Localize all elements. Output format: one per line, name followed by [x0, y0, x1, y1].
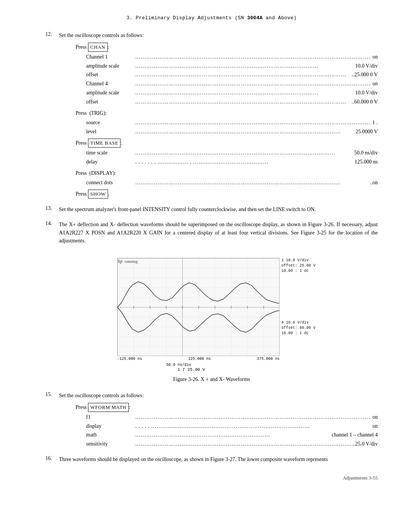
chan-ch1-row: Channel 1 ………………………………………………………………………………… — [86, 52, 378, 62]
ch1-right-labels: 1 10.0 V/div offset: 25.00 V 10.00 : 1 d… — [281, 258, 315, 274]
trig-source-row: source ………………………………………………………………………………………… — [86, 118, 378, 127]
header-text-after: and Above) — [263, 15, 297, 21]
item-16-text: Three waveforms should be displayed on t… — [59, 455, 378, 464]
ch1-offset: offset: 25.00 V — [281, 263, 315, 268]
ch4-right-labels: 4 10.0 V/div offset: 60.00 V 10.00 : 1 d… — [281, 320, 315, 336]
press-trig-block: Press (TRIG): source …………………………………………………… — [76, 109, 378, 136]
page-footer: Adjustments 3-55 — [45, 475, 378, 481]
wm-math-row: math ………………………………………….…………………… channel 1… — [86, 430, 378, 439]
chan-ch4-row: Channel 4 ………………………………………………………………………………… — [86, 79, 378, 88]
hp-text: hp — [118, 259, 122, 264]
hp-logo: hp running — [118, 259, 138, 264]
wformmath-button: WFORM MATH — [88, 403, 129, 412]
press-display-label: Press (DISPLAY): — [76, 169, 378, 178]
bottom-axis: -125.000 ns 125.000 ns 375.000 ns — [117, 357, 280, 361]
item-15-header: 15. Set the oscilloscope controls as fol… — [45, 392, 378, 400]
item-12-num: 12. — [45, 31, 56, 37]
item-16: 16. Three waveforms should be displayed … — [45, 455, 378, 464]
show-button: SHOW — [88, 190, 108, 199]
press-timebase-label: Press TIME BASE: — [76, 139, 378, 148]
timebase-button: TIME BASE — [88, 139, 121, 148]
trig-level-row: level …………………………………………………………………………………………… — [86, 127, 378, 136]
item-14-text: The X+ deflection and X- deflection wave… — [59, 221, 378, 245]
item-12-header: 12. Set the oscilloscope controls as fol… — [45, 31, 378, 40]
trigger-text: 1 ƒ 25.00 V — [178, 367, 205, 372]
chan-off1-row: offset ………………………………………………………………………………………… — [86, 70, 378, 79]
axis-right: 375.000 ns — [257, 357, 280, 361]
press-trig-label: Press (TRIG): — [76, 109, 378, 118]
footer-text: Adjustments 3-55 — [343, 475, 378, 481]
chan-button: CHAN — [88, 43, 107, 52]
ch1-scale: 10.00 : 1 dc — [281, 268, 315, 274]
osc-grid-svg — [117, 258, 280, 356]
running-text: running — [125, 259, 138, 264]
press-wformmath-block: Press WFORM MATH: f1 …………………………………………………… — [76, 403, 378, 449]
press-show-label: Press SHOW. — [76, 190, 378, 199]
item-16-header: 16. Three waveforms should be displayed … — [45, 455, 378, 464]
axis-left: -125.000 ns — [117, 357, 142, 361]
header-text: 3. Preliminary Display Adjustments (SN — [127, 15, 247, 21]
chan-amp4-row: amplitude scale ………………………………………………………………… — [86, 88, 378, 97]
header-bold: 3004A — [247, 15, 263, 21]
item-13-header: 13. Set the spectrum analyzer's front-pa… — [45, 205, 378, 214]
ch4-label: 4 10.0 V/div — [281, 320, 315, 325]
page-header: 3. Preliminary Display Adjustments (SN 3… — [45, 15, 378, 21]
press-show-block: Press SHOW. — [76, 190, 378, 199]
item-14-header: 14. The X+ deflection and X- deflection … — [45, 221, 378, 245]
press-chan-label: Press CHAN: — [76, 43, 378, 52]
wm-display-row: display . . . . . ………..…..…..…..….………………… — [86, 422, 378, 431]
press-display-block: Press (DISPLAY): connect dots …………………………… — [76, 169, 378, 188]
ch1-label: 1 10.0 V/div — [281, 258, 315, 263]
press-timebase-block: Press TIME BASE: time scale ………………………………… — [76, 139, 378, 167]
trigger-label: 1 ƒ 25.00 V — [178, 367, 205, 372]
wm-f1-row: f1 …………………………………………………………………………………………………… — [86, 413, 378, 422]
press-chan-block: Press CHAN: Channel 1 ………………………………………………… — [76, 43, 378, 106]
chan-off4-row: offset ………………………………………………………………………………………… — [86, 97, 378, 106]
item-14: 14. The X+ deflection and X- deflection … — [45, 221, 378, 245]
ch4-scale: 10.00 : 1 dc — [281, 331, 315, 336]
axis-center: 125.000 ns — [188, 357, 211, 361]
item-15: 15. Set the oscilloscope controls as fol… — [45, 392, 378, 449]
item-12-intro: Set the oscilloscope controls as follows… — [59, 31, 378, 40]
press-wformmath-label: Press WFORM MATH: — [76, 403, 378, 412]
axis-center-sub: 50.0 ns/div — [166, 363, 191, 367]
item-12: 12. Set the oscilloscope controls as fol… — [45, 31, 378, 199]
figure-caption-text: Figure 3-26. X + and X- Waveforms — [173, 376, 250, 382]
wm-sensitivity-row: sensitivity …………………………………………………………………………… — [86, 439, 378, 449]
item-13: 13. Set the spectrum analyzer's front-pa… — [45, 205, 378, 214]
item-13-text: Set the spectrum analyzer's front-panel … — [59, 205, 378, 214]
oscilloscope-container: hp running — [102, 254, 321, 371]
item-13-num: 13. — [45, 205, 56, 211]
item-15-num: 15. — [45, 392, 56, 398]
osc-screen — [117, 258, 280, 356]
tb-delay-row: delay . . . . . . . ……..……… . ……..………………… — [86, 157, 378, 167]
figure-caption: Figure 3-26. X + and X- Waveforms — [173, 376, 250, 382]
item-14-num: 14. — [45, 221, 56, 227]
ch4-offset: offset: 60.00 V — [281, 325, 315, 331]
axis-center-sub-text: 50.0 ns/div — [166, 363, 191, 367]
chan-amp1-row: amplitude scale ………………………………………………………………… — [86, 62, 378, 71]
tb-timescale-row: time scale ……………………………………………………………………………… — [86, 148, 378, 157]
figure-area: hp running — [45, 254, 378, 382]
disp-connectdots-row: connect dots ………………………………………………………………………… — [86, 178, 378, 187]
item-15-intro: Set the oscilloscope controls as follows… — [59, 392, 378, 400]
item-16-num: 16. — [45, 455, 56, 461]
